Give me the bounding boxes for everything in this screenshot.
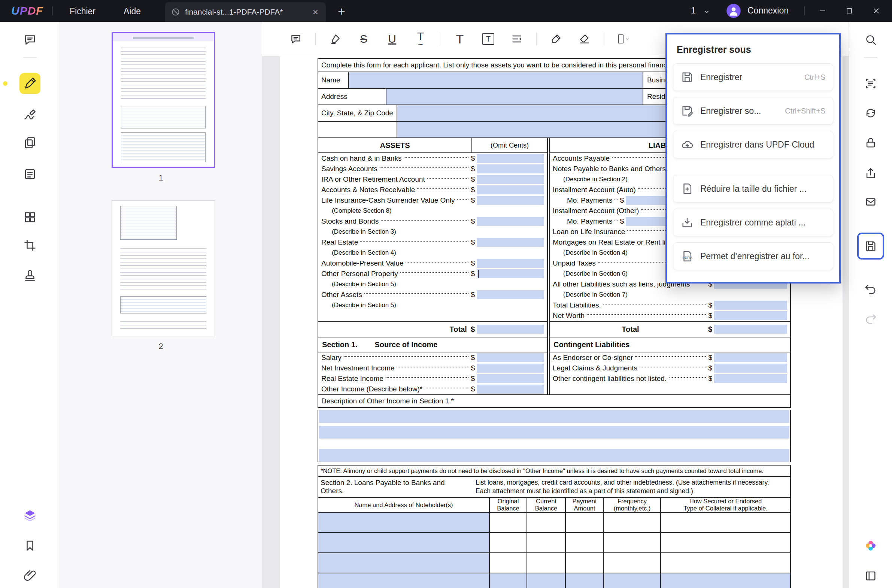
page-thumbnail-1[interactable] xyxy=(112,32,215,168)
loan-table-cell[interactable] xyxy=(527,553,566,573)
form-input-field[interactable] xyxy=(714,311,787,320)
loan-table-cell[interactable] xyxy=(604,573,661,588)
share-button[interactable] xyxy=(860,163,881,184)
form-input-field[interactable] xyxy=(714,353,787,362)
search-button[interactable] xyxy=(860,29,881,50)
form-input-field[interactable] xyxy=(714,374,787,383)
form-input-field[interactable] xyxy=(477,196,544,205)
eraser-tool-button[interactable] xyxy=(576,30,594,48)
minimize-button[interactable] xyxy=(811,3,834,19)
loan-table-cell[interactable] xyxy=(604,553,661,573)
menu-fichier[interactable]: Fichier xyxy=(67,6,99,17)
page-thumbnail-2[interactable] xyxy=(112,200,215,336)
avatar[interactable] xyxy=(727,4,741,18)
form-input-field[interactable] xyxy=(714,301,787,310)
maximize-button[interactable] xyxy=(838,3,861,19)
loan-table-cell[interactable] xyxy=(661,513,790,532)
menu-aide[interactable]: Aide xyxy=(121,6,144,17)
loan-table-cell[interactable] xyxy=(490,553,527,573)
loan-table-cell[interactable] xyxy=(566,573,604,588)
form-input-field[interactable] xyxy=(477,374,544,383)
form-input-field[interactable] xyxy=(477,353,544,362)
shape-tool-button[interactable] xyxy=(615,30,633,48)
protect-button[interactable] xyxy=(860,132,881,153)
comment-button[interactable] xyxy=(19,29,40,50)
ocr-button[interactable] xyxy=(860,73,881,94)
ai-assistant-button[interactable] xyxy=(860,535,881,556)
edit-button[interactable] xyxy=(19,73,40,94)
organize-button[interactable] xyxy=(19,207,40,228)
form-input-field[interactable] xyxy=(477,269,544,278)
stamp-button[interactable] xyxy=(19,265,40,286)
redo-button[interactable] xyxy=(860,308,881,328)
loan-table-cell[interactable] xyxy=(318,573,490,588)
loan-table-cell[interactable] xyxy=(661,553,790,573)
save-menu-item-flatten[interactable]: Enregistrer comme aplati ... xyxy=(673,208,833,236)
loan-table-cell[interactable] xyxy=(604,533,661,552)
chevron-down-icon[interactable] xyxy=(703,8,711,16)
form-input-field[interactable] xyxy=(319,426,789,439)
loan-table-cell[interactable] xyxy=(527,573,566,588)
highlight-tool-button[interactable] xyxy=(326,30,344,48)
mail-button[interactable] xyxy=(860,191,881,212)
save-menu-item-save[interactable]: EnregistrerCtrl+S xyxy=(673,63,833,91)
close-button[interactable] xyxy=(865,3,888,19)
loan-table-cell[interactable] xyxy=(318,553,490,573)
underline-tool-button[interactable]: U xyxy=(383,30,401,48)
attachment-button[interactable] xyxy=(19,565,40,586)
form-input-field[interactable] xyxy=(714,325,787,334)
loan-table-cell[interactable] xyxy=(527,533,566,552)
form-input-field[interactable] xyxy=(387,89,643,105)
loan-table-cell[interactable] xyxy=(604,513,661,532)
crop-button[interactable] xyxy=(19,235,40,256)
form-input-field[interactable] xyxy=(477,290,544,299)
form-input-field[interactable] xyxy=(349,72,643,88)
loan-table-cell[interactable] xyxy=(566,533,604,552)
convert-file-button[interactable] xyxy=(860,103,881,124)
form-input-field[interactable] xyxy=(477,259,544,268)
loan-table-cell[interactable] xyxy=(527,513,566,532)
pen-tool-button[interactable] xyxy=(547,30,565,48)
loan-table-cell[interactable] xyxy=(490,533,527,552)
account-label[interactable]: Connexion xyxy=(747,6,789,16)
convert-button[interactable] xyxy=(19,132,40,153)
new-tab-button[interactable]: + xyxy=(333,3,350,20)
save-menu-item-save-as[interactable]: Enregistrer so...Ctrl+Shift+S xyxy=(673,97,833,125)
save-menu-item-pdfa[interactable]: PDF/APermet d’enregistrer au for... xyxy=(673,242,833,270)
loan-table-cell[interactable] xyxy=(566,513,604,532)
comment-tool-button[interactable] xyxy=(287,30,305,48)
text-box-tool-button[interactable]: T xyxy=(479,30,497,48)
form-input-field[interactable] xyxy=(477,154,544,163)
form-input-field[interactable] xyxy=(477,175,544,184)
layers-button[interactable] xyxy=(19,505,40,526)
form-input-field[interactable] xyxy=(319,449,789,462)
undo-button[interactable] xyxy=(860,278,881,299)
form-input-field[interactable] xyxy=(319,410,789,423)
loan-table-cell[interactable] xyxy=(490,513,527,532)
form-input-field[interactable] xyxy=(477,217,544,226)
save-menu-item-cloud[interactable]: Enregistrer dans UPDF Cloud xyxy=(673,131,833,158)
form-input-field[interactable] xyxy=(477,325,544,334)
form-input-field[interactable] xyxy=(477,385,544,394)
pages-panel-button[interactable] xyxy=(860,565,881,586)
form-input-field[interactable] xyxy=(477,164,544,173)
save-menu-item-reduce[interactable]: Réduire la taille du fichier ... xyxy=(673,175,833,202)
squiggly-tool-button[interactable]: T~ xyxy=(412,30,430,48)
typewriter-tool-button[interactable] xyxy=(508,30,526,48)
loan-table-cell[interactable] xyxy=(490,573,527,588)
text-tool-button[interactable]: T xyxy=(451,30,469,48)
loan-table-cell[interactable] xyxy=(661,573,790,588)
document-tab[interactable]: financial-st...1-PDFA-PDFA* × xyxy=(165,2,326,22)
loan-table-cell[interactable] xyxy=(318,513,490,532)
form-input-field[interactable] xyxy=(477,185,544,194)
strikethrough-tool-button[interactable]: S xyxy=(355,30,373,48)
form-input-field[interactable] xyxy=(477,364,544,373)
bookmark-button[interactable] xyxy=(19,535,40,556)
tab-close-icon[interactable]: × xyxy=(311,6,320,18)
sign-button[interactable] xyxy=(19,105,40,126)
tab-count[interactable]: 1 xyxy=(691,6,696,16)
form-input-field[interactable] xyxy=(714,364,787,373)
loan-table-cell[interactable] xyxy=(566,553,604,573)
loan-table-cell[interactable] xyxy=(318,533,490,552)
form-input-field[interactable] xyxy=(477,238,544,247)
